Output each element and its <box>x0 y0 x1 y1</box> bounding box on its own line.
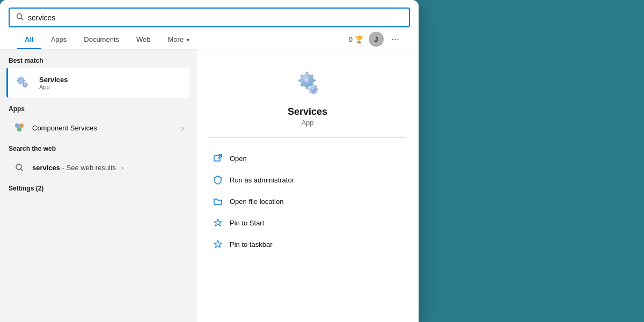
svg-point-9 <box>303 77 311 84</box>
open-file-location-action[interactable]: Open file location <box>209 192 406 211</box>
pin-to-start-label: Pin to Start <box>230 219 264 227</box>
best-match-text: Services App <box>39 76 68 90</box>
services-icon <box>13 73 33 92</box>
tabs-left: All Apps Documents Web More ▾ <box>17 32 197 49</box>
folder-icon <box>213 196 223 207</box>
run-as-admin-label: Run as administrator <box>230 176 294 184</box>
avatar[interactable]: J <box>369 32 384 47</box>
more-options-button[interactable]: ··· <box>389 33 401 46</box>
chevron-right-icon: › <box>182 124 184 132</box>
list-item[interactable]: Component Services › <box>6 116 189 140</box>
open-file-location-label: Open file location <box>230 197 283 206</box>
search-icon <box>16 13 24 22</box>
svg-point-4 <box>15 123 19 128</box>
best-match-subtitle: App <box>39 84 68 90</box>
web-search-icon <box>12 160 27 175</box>
svg-line-1 <box>21 18 24 20</box>
left-panel: Best match Services App Apps <box>0 49 196 322</box>
best-match-item[interactable]: Services App <box>6 68 189 98</box>
trophy-icon: 🏆 <box>355 35 363 43</box>
tab-documents[interactable]: Documents <box>76 32 127 49</box>
right-panel: Services App Open <box>196 49 419 322</box>
app-subtitle: App <box>301 119 313 127</box>
app-preview: Services App <box>209 65 406 138</box>
svg-point-6 <box>17 127 21 131</box>
search-web-item[interactable]: services - See web results › <box>6 156 189 179</box>
tabs-right: 0 🏆 J ··· <box>349 32 401 49</box>
app-title: Services <box>288 106 327 118</box>
run-as-admin-action[interactable]: Run as administrator <box>209 170 406 189</box>
svg-point-10 <box>311 87 316 92</box>
pin-to-start-action[interactable]: Pin to Start <box>209 213 406 232</box>
badge-count: 0 <box>349 35 353 43</box>
svg-point-5 <box>19 123 24 128</box>
svg-line-8 <box>21 169 23 171</box>
settings-section-label: Settings (2) <box>6 185 189 192</box>
tab-more[interactable]: More ▾ <box>160 32 197 49</box>
action-list: Open Run as administrator <box>209 149 406 254</box>
badge-area[interactable]: 0 🏆 <box>349 35 363 43</box>
search-input-wrapper <box>9 8 410 27</box>
tab-apps[interactable]: Apps <box>43 32 75 49</box>
search-input[interactable] <box>28 13 402 22</box>
chevron-down-icon: ▾ <box>187 37 189 43</box>
open-icon <box>213 153 223 164</box>
pin-to-taskbar-label: Pin to taskbar <box>230 240 273 248</box>
search-window: All Apps Documents Web More ▾ 0 <box>0 0 419 322</box>
search-web-label: Search the web <box>6 145 189 152</box>
web-chevron-right-icon: › <box>121 164 123 172</box>
open-label: Open <box>230 155 247 163</box>
pin-to-taskbar-action[interactable]: Pin to taskbar <box>209 235 406 254</box>
pin-start-icon <box>213 217 223 228</box>
search-web-text: services - See web results <box>32 164 116 172</box>
svg-rect-11 <box>214 156 220 161</box>
tab-all[interactable]: All <box>17 32 41 49</box>
tab-web[interactable]: Web <box>129 32 158 49</box>
best-match-label: Best match <box>6 57 189 64</box>
app-big-icon <box>290 65 325 100</box>
open-action[interactable]: Open <box>209 149 406 168</box>
apps-section-label: Apps <box>6 105 189 113</box>
content-area: Best match Services App Apps <box>0 49 419 322</box>
pin-taskbar-icon <box>213 239 223 250</box>
tabs-row: All Apps Documents Web More ▾ 0 <box>9 27 410 49</box>
search-bar-area: All Apps Documents Web More ▾ 0 <box>0 0 419 49</box>
component-services-label: Component Services <box>32 124 177 132</box>
component-services-icon <box>12 120 27 135</box>
best-match-title: Services <box>39 76 68 84</box>
shield-icon <box>213 174 223 185</box>
